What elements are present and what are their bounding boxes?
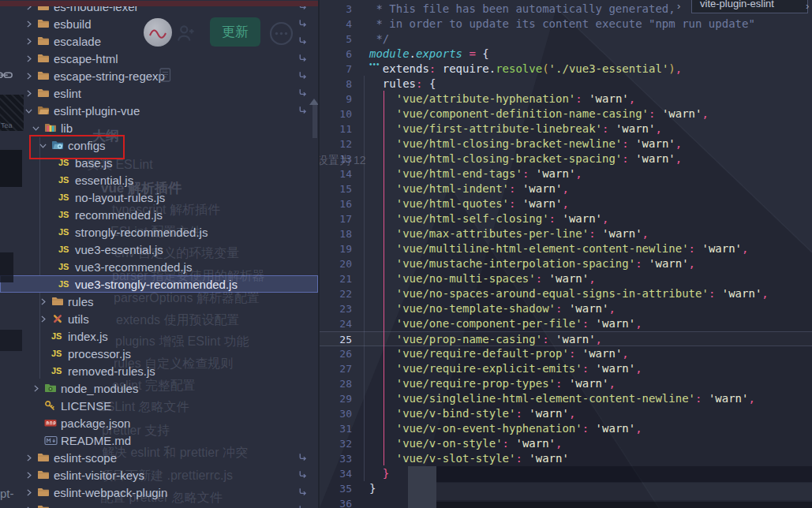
tree-item-partial[interactable] — [0, 501, 318, 508]
tree-item-README.md[interactable]: README.md — [0, 431, 318, 449]
chevron-right-icon[interactable] — [24, 84, 34, 102]
code-line-22[interactable]: 22 'vue/no-spaces-around-equal-signs-in-… — [320, 286, 812, 301]
code-line-26[interactable]: 26 'vue/require-default-prop': 'warn', — [320, 346, 812, 361]
js-icon: JS — [51, 327, 62, 345]
tree-item-label: rules — [68, 293, 94, 310]
tree-item-eslint-visitor-keys[interactable]: eslint-visitor-keys — [0, 466, 318, 484]
code-line-9[interactable]: 9 'vue/attribute-hyphenation': 'warn', — [320, 92, 812, 106]
code-line-20[interactable]: 20 'vue/mustache-interpolation-spacing':… — [320, 256, 812, 271]
ghost-code-text: 设置为 12 — [320, 154, 365, 168]
code-line-13[interactable]: 13 'vue/html-closing-bracket-spacing': '… — [320, 151, 812, 166]
tree-item-eslint-webpack-plugin[interactable]: eslint-webpack-plugin — [0, 484, 318, 501]
tree-item-label: strongly-recommended.js — [75, 223, 208, 241]
tree-item-node_modules[interactable]: node_modules — [0, 379, 318, 397]
code-text: 'vue/max-attributes-per-line': 'warn', — [369, 226, 649, 241]
chevron-right-icon[interactable] — [24, 466, 34, 484]
more-options-icon — [268, 21, 294, 50]
symlink-arrow-icon — [297, 50, 308, 67]
tree-item-eslint[interactable]: eslint — [0, 84, 318, 102]
symlink-arrow-icon — [297, 501, 308, 508]
ghost-block — [0, 330, 22, 351]
chevron-right-icon[interactable] — [24, 449, 34, 466]
tree-item-label: escape-html — [54, 50, 118, 67]
tree-item-essential.js[interactable]: JSessential.js — [0, 171, 318, 189]
code-line-5[interactable]: 5 */ — [320, 32, 812, 47]
tree-item-lib[interactable]: lib — [0, 119, 318, 136]
code-line-7[interactable]: 7 extends: require.resolve('./vue3-essen… — [320, 62, 812, 77]
tree-item-eslint-plugin-vue[interactable]: eslint-plugin-vue — [0, 102, 318, 119]
code-line-8[interactable]: 8 rules: { — [320, 77, 812, 92]
code-line-18[interactable]: 18 'vue/max-attributes-per-line': 'warn'… — [320, 226, 812, 241]
folder-icon — [51, 293, 64, 310]
chevron-right-icon[interactable] — [31, 379, 41, 397]
line-number: 25 — [320, 332, 352, 347]
tree-item-label: vue3-strongly-recommended.js — [75, 275, 238, 293]
tree-item-processor.js[interactable]: JSprocessor.js — [0, 345, 318, 362]
tree-item-LICENSE[interactable]: LICENSE — [0, 397, 318, 414]
code-line-14[interactable]: 14 'vue/html-end-tags': 'warn', — [320, 166, 812, 181]
tree-item-vue3-recommended.js[interactable]: JSvue3-recommended.js — [0, 258, 318, 275]
tree-item-strongly-recommended.js[interactable]: JSstrongly-recommended.js — [0, 223, 318, 241]
code-editor[interactable]: 3 * This file has been automatically gen… — [320, 0, 812, 508]
tree-item-label: utils — [68, 310, 89, 327]
code-line-29[interactable]: 29 'vue/singleline-html-element-content-… — [320, 391, 812, 406]
code-text: 'vue/no-spaces-around-equal-signs-in-att… — [369, 286, 769, 301]
code-line-30[interactable]: 30 'vue/v-bind-style': 'warn', — [320, 406, 812, 421]
add-user-icon — [175, 23, 196, 47]
tree-item-no-layout-rules.js[interactable]: JSno-layout-rules.js — [0, 189, 318, 206]
chevron-right-icon[interactable] — [24, 15, 34, 32]
scroll-up-arrow[interactable] — [309, 99, 318, 105]
tree-item-index.js[interactable]: JSindex.js — [0, 327, 318, 345]
code-line-27[interactable]: 27 'vue/require-explicit-emits': 'warn', — [320, 361, 812, 376]
code-line-32[interactable]: 32 'vue/v-on-style': 'warn', — [320, 436, 812, 451]
code-line-21[interactable]: 21 'vue/no-multi-spaces': 'warn', — [320, 271, 812, 286]
code-line-17[interactable]: 17 'vue/html-self-closing': 'warn', — [320, 211, 812, 226]
folder-icon — [37, 449, 50, 466]
tree-item-recommended.js[interactable]: JSrecommended.js — [0, 206, 318, 223]
tree-item-vue3-strongly-recommended.js[interactable]: JSvue3-strongly-recommended.js — [0, 275, 318, 293]
tree-item-removed-rules.js[interactable]: JSremoved-rules.js — [0, 362, 318, 379]
code-line-16[interactable]: 16 'vue/html-quotes': 'warn', — [320, 196, 812, 211]
chevron-down-icon[interactable] — [31, 119, 41, 136]
line-number: 20 — [320, 256, 352, 271]
folder-icon — [37, 84, 50, 102]
sidebar-scrollbar[interactable] — [312, 105, 317, 138]
code-line-23[interactable]: 23 'vue/no-template-shadow': 'warn', — [320, 301, 812, 316]
chevron-right-icon[interactable] — [24, 32, 34, 50]
nodeFolder-icon — [44, 379, 57, 397]
code-line-33[interactable]: 33 'vue/v-slot-style': 'warn' — [320, 451, 812, 466]
code-line-15[interactable]: 15 'vue/html-indent': 'warn', — [320, 181, 812, 196]
chevron-right-icon[interactable] — [24, 484, 34, 501]
chevron-down-icon[interactable] — [24, 102, 34, 119]
line-number: 21 — [320, 271, 352, 286]
code-line-28[interactable]: 28 'vue/require-prop-types': 'warn', — [320, 376, 812, 391]
code-line-25[interactable]: 25 'vue/prop-name-casing': 'warn', — [320, 331, 812, 346]
tree-item-package.json[interactable]: package.json — [0, 414, 318, 431]
tree-item-rules[interactable]: rules — [0, 293, 318, 310]
tree-item-escape-html[interactable]: escape-html — [0, 50, 318, 67]
code-line-4[interactable]: 4 * in order to update its content execu… — [320, 17, 812, 32]
tree-item-eslint-scope[interactable]: eslint-scope — [0, 449, 318, 466]
tree-item-vue3-essential.js[interactable]: JSvue3-essential.js — [0, 241, 318, 258]
chevron-right-icon[interactable] — [38, 293, 48, 310]
line-number: 23 — [320, 301, 352, 316]
code-line-24[interactable]: 24 'vue/one-component-per-file': 'warn', — [320, 316, 812, 331]
chevron-right-icon[interactable] — [24, 50, 34, 67]
code-line-31[interactable]: 31 'vue/v-on-event-hyphenation': 'warn', — [320, 421, 812, 436]
code-line-19[interactable]: 19 'vue/multiline-html-element-content-n… — [320, 241, 812, 256]
tree-item-utils[interactable]: utils — [0, 310, 318, 327]
code-line-11[interactable]: 11 'vue/first-attribute-linebreak': 'war… — [320, 121, 812, 136]
code-text: 'vue/no-multi-spaces': 'warn', — [369, 271, 596, 286]
code-text: */ — [369, 32, 389, 47]
code-line-6[interactable]: 6module.exports = { — [320, 47, 812, 62]
ghost-band-mid — [436, 483, 812, 500]
annotation-red-box — [29, 135, 125, 159]
chevron-right-icon[interactable] — [24, 67, 34, 84]
chevron-right-icon[interactable] — [38, 310, 48, 327]
code-line-10[interactable]: 10 'vue/component-definition-name-casing… — [320, 106, 812, 121]
line-number: 35 — [320, 481, 352, 496]
chevron-right-icon[interactable] — [24, 501, 34, 508]
code-line-12[interactable]: 12 'vue/html-closing-bracket-newline': '… — [320, 136, 812, 151]
symlink-arrow-icon — [297, 449, 308, 466]
code-text: 'vue/v-slot-style': 'warn' — [369, 451, 569, 466]
